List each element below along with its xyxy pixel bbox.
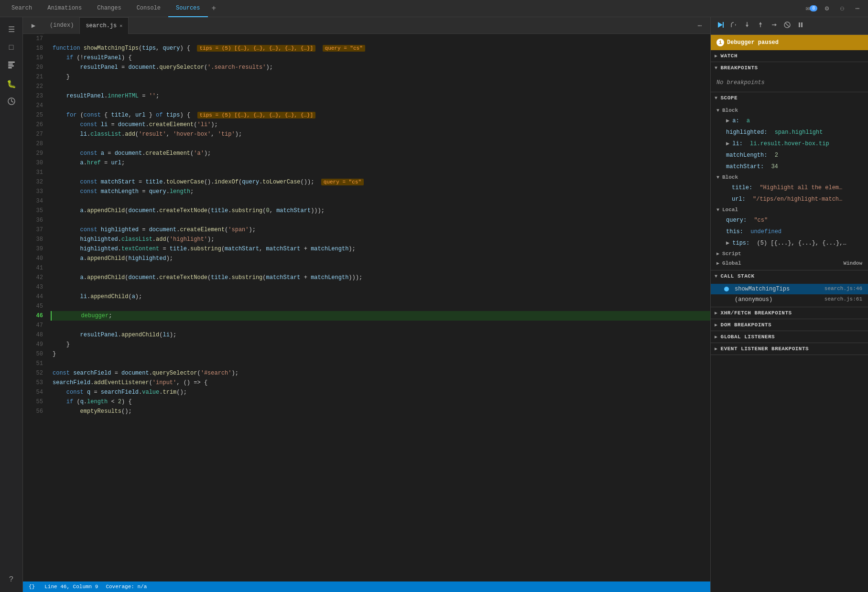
tab-sources[interactable]: Sources bbox=[168, 0, 207, 17]
step-over-button[interactable] bbox=[728, 20, 739, 32]
line-30: a.href = url; bbox=[51, 158, 710, 168]
scope-global-header[interactable]: ▶ Global Window bbox=[711, 258, 868, 268]
tab-changes[interactable]: Changes bbox=[89, 0, 129, 17]
scope-header[interactable]: ▼ Scope bbox=[711, 92, 868, 104]
no-breakpoints-text: No breakpoints bbox=[711, 75, 868, 90]
bug-icon: 🐛 bbox=[7, 79, 16, 89]
more-options-button[interactable]: ⋯ bbox=[851, 2, 864, 15]
svg-rect-19 bbox=[801, 22, 803, 27]
xhr-breakpoints-header[interactable]: ▶ XHR/fetch Breakpoints bbox=[711, 307, 868, 319]
user-button[interactable]: ⚇ bbox=[835, 2, 849, 15]
activity-debugger[interactable]: 🐛 bbox=[3, 75, 20, 93]
call-stack-active-indicator bbox=[724, 287, 729, 291]
editor-more-button[interactable]: ⋯ bbox=[693, 19, 706, 32]
watch-section: ▶ Watch bbox=[711, 50, 868, 62]
line-49: } bbox=[51, 340, 710, 349]
line-39: highlighted.textContent = title.substrin… bbox=[51, 244, 710, 254]
breakpoints-header[interactable]: ▼ Breakpoints bbox=[711, 62, 868, 74]
watch-header[interactable]: ▶ Watch bbox=[711, 50, 868, 62]
editor-container: ▶ (index) search.js ✕ ⋯ 17 18 19 20 bbox=[23, 17, 710, 592]
xhr-chevron: ▶ bbox=[715, 310, 718, 316]
activity-help[interactable]: ? bbox=[3, 571, 20, 588]
tab-search[interactable]: Search bbox=[4, 0, 40, 17]
global-listeners-header[interactable]: ▶ Global Listeners bbox=[711, 331, 868, 343]
help-icon: ? bbox=[9, 575, 14, 584]
line-numbers: 17 18 19 20 21 22 23 24 25 26 27 28 29 3… bbox=[23, 34, 47, 581]
activity-bar: ☰ □ 🐛 bbox=[0, 17, 23, 592]
svg-marker-11 bbox=[746, 25, 749, 27]
svg-marker-13 bbox=[759, 22, 762, 24]
breakpoints-body: No breakpoints bbox=[711, 74, 868, 92]
block1-chevron: ▼ bbox=[716, 108, 719, 113]
activity-sources[interactable] bbox=[3, 57, 20, 75]
breakpoints-chevron: ▼ bbox=[715, 65, 718, 71]
pause-on-exception-button[interactable] bbox=[795, 20, 806, 32]
activity-cursor[interactable]: ☰ bbox=[3, 21, 20, 38]
dom-breakpoints-header[interactable]: ▶ DOM Breakpoints bbox=[711, 319, 868, 331]
global-val: Window bbox=[843, 260, 862, 266]
scope-script-header[interactable]: ▶ Script bbox=[711, 249, 868, 258]
call-stack-item-anon[interactable]: (anonymous) search.js:61 bbox=[711, 294, 868, 305]
line-44: li.appendChild(a); bbox=[51, 292, 710, 301]
activity-performance[interactable] bbox=[3, 94, 20, 111]
resume-button[interactable] bbox=[715, 20, 726, 32]
call-stack-item-show[interactable]: showMatchingTips search.js:46 bbox=[711, 284, 868, 294]
file-tab-searchjs-label: search.js bbox=[86, 22, 117, 29]
editor-more-icon: ⋯ bbox=[698, 22, 702, 30]
sources-icon bbox=[7, 61, 16, 72]
scope-block1-header[interactable]: ▼ Block bbox=[711, 106, 868, 115]
scope-block2-header[interactable]: ▼ Block bbox=[711, 172, 868, 182]
call-stack-chevron: ▼ bbox=[715, 274, 718, 279]
line-40: a.appendChild(highlighted); bbox=[51, 254, 710, 263]
line-32: const matchStart = title.toLowerCase().i… bbox=[51, 177, 710, 187]
line-41 bbox=[51, 263, 710, 273]
close-searchjs-button[interactable]: ✕ bbox=[119, 23, 122, 29]
line-55: if (q.length < 2) { bbox=[51, 397, 710, 407]
svg-rect-3 bbox=[8, 67, 12, 68]
dom-label: DOM Breakpoints bbox=[721, 322, 772, 328]
global-listeners-chevron: ▶ bbox=[715, 334, 718, 340]
event-listener-header[interactable]: ▶ Event Listener Breakpoints bbox=[711, 343, 868, 355]
line-27: li.classList.add('result', 'hover-box', … bbox=[51, 129, 710, 139]
deactivate-breakpoints-button[interactable] bbox=[781, 20, 793, 32]
step-into-button[interactable] bbox=[741, 20, 753, 32]
line-20: resultPanel = document.querySelector('.s… bbox=[51, 63, 710, 72]
tab-console[interactable]: Console bbox=[129, 0, 168, 17]
more-icon: ⋯ bbox=[856, 4, 859, 12]
info-icon: i bbox=[716, 39, 724, 46]
tab-animations[interactable]: Animations bbox=[40, 0, 89, 17]
scope-section: ▼ Scope ▼ Block ▶ a: a highlighted: span… bbox=[711, 92, 868, 270]
line-52: const searchField = document.querySelect… bbox=[51, 368, 710, 378]
add-tab-button[interactable]: + bbox=[208, 4, 220, 13]
call-stack-ref-show: search.js:46 bbox=[825, 286, 862, 292]
scope-local-header[interactable]: ▼ Local bbox=[711, 205, 868, 215]
notification-button[interactable]: ✉ 8 bbox=[805, 2, 818, 15]
step-into-icon bbox=[743, 21, 751, 31]
line-45 bbox=[51, 301, 710, 311]
file-tab-index[interactable]: (index) bbox=[44, 17, 80, 34]
call-stack-header[interactable]: ▼ Call Stack bbox=[711, 270, 868, 282]
line-22 bbox=[51, 82, 710, 91]
watch-chevron: ▶ bbox=[715, 53, 718, 59]
call-stack-inactive-indicator bbox=[724, 297, 729, 302]
event-listener-section: ▶ Event Listener Breakpoints bbox=[711, 343, 868, 355]
local-label: Local bbox=[722, 207, 738, 213]
watch-label: Watch bbox=[721, 53, 738, 59]
status-coverage: Coverage: n/a bbox=[106, 584, 147, 590]
block1-label: Block bbox=[722, 108, 738, 113]
step-button[interactable] bbox=[768, 20, 780, 32]
line-51 bbox=[51, 359, 710, 368]
activity-inspector[interactable]: □ bbox=[3, 39, 20, 56]
code-editor[interactable]: 17 18 19 20 21 22 23 24 25 26 27 28 29 3… bbox=[23, 34, 710, 581]
line-33: const matchLength = query.length; bbox=[51, 187, 710, 196]
line-46: debugger; bbox=[51, 311, 710, 321]
local-chevron: ▼ bbox=[716, 207, 719, 213]
call-stack-label: Call Stack bbox=[721, 273, 755, 279]
file-tab-searchjs[interactable]: search.js ✕ bbox=[80, 17, 129, 34]
play-button[interactable]: ▶ bbox=[27, 19, 40, 32]
settings-button[interactable]: ⚙ bbox=[820, 2, 834, 15]
xhr-label: XHR/fetch Breakpoints bbox=[721, 310, 792, 316]
event-listener-chevron: ▶ bbox=[715, 346, 718, 352]
step-out-button[interactable] bbox=[755, 20, 766, 32]
global-label: Global bbox=[722, 260, 741, 266]
